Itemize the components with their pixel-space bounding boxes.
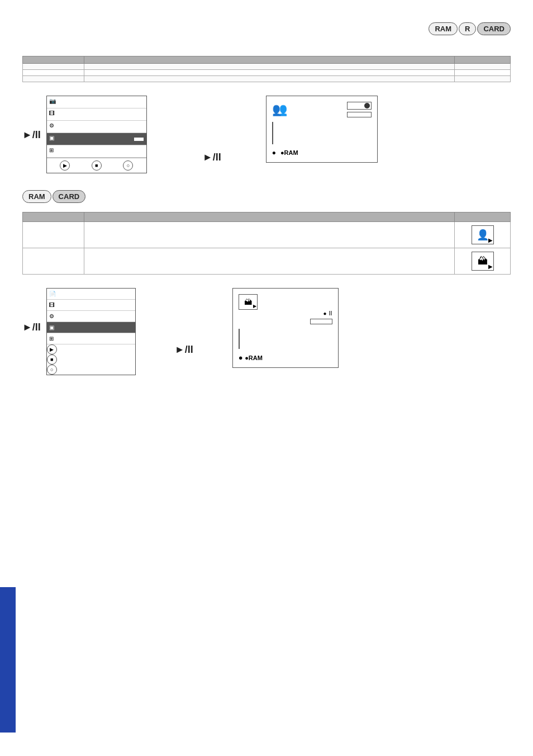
menu-row: ⚙ <box>47 311 135 322</box>
device-diagram-1: 👥 ● ●RAM <box>266 96 378 163</box>
top-badge-group: RAM R CARD <box>429 22 511 35</box>
table2-row2-type <box>23 248 84 275</box>
card-badge-2: CARD <box>53 190 86 203</box>
device-row-landscape: 🏔 ▶ ● II <box>239 294 332 324</box>
menu-row: 🎞 <box>47 300 135 311</box>
vertical-connector-2 <box>239 329 240 349</box>
left-blue-strip <box>0 587 16 733</box>
menu-row: ⚙ <box>47 121 146 133</box>
device-row-people: 👥 <box>272 102 372 117</box>
pause-bars: II <box>329 310 332 316</box>
table1-header-type <box>23 56 84 64</box>
table1-row1-type <box>23 64 84 70</box>
menu-row: 📷 <box>47 96 146 108</box>
menu-btn[interactable]: ○ <box>123 160 133 171</box>
table2-header-icon <box>455 212 511 222</box>
file-icon: 📄 <box>49 291 56 297</box>
card-badge: CARD <box>477 22 511 35</box>
film-icon: 🎞 <box>49 110 59 119</box>
table-1 <box>22 56 511 82</box>
ram-label-2: ●RAM <box>245 355 263 361</box>
play-pause-icon-3: ►/II <box>22 322 41 333</box>
screen-icon-2: ▣ <box>49 324 54 330</box>
r-badge: R <box>459 22 476 35</box>
table-row: 🏔 ▶ <box>23 248 511 275</box>
table-2: 👤 ▶ 🏔 ▶ <box>22 212 511 275</box>
person-camera-icon: 👤 ▶ <box>472 225 494 244</box>
second-badge-group: RAM CARD <box>22 190 85 203</box>
landscape-icon: 🏔 ▶ <box>472 252 494 271</box>
table-row: 👤 ▶ <box>23 222 511 248</box>
play-pause-icon-2: ►/II <box>203 152 221 163</box>
menu-row-selected: ▣ <box>47 133 146 145</box>
menu-row-selected-2: ▣ <box>47 322 135 333</box>
table2-row1-desc <box>84 222 455 248</box>
grid-icon-2: ⊞ <box>49 336 54 342</box>
menu-bottom-bar: ▶ ■ ○ <box>47 158 146 173</box>
vertical-connector <box>272 122 273 144</box>
menu-diagram-1: 📷 🎞 ⚙ ▣ ⊞ ▶ ■ <box>46 96 147 173</box>
menu-row: ⊞ <box>47 333 135 344</box>
device-row-ram-2: ● ●RAM <box>239 353 332 362</box>
table1-row1-icon <box>455 64 511 70</box>
landscape-icon-2: 🏔 ▶ <box>239 294 258 310</box>
bullet-icon-2: ● <box>239 353 243 362</box>
stop-btn-2[interactable]: ■ <box>47 355 57 365</box>
device-diagram-2: 🏔 ▶ ● II ● ●RAM <box>232 288 339 368</box>
menu-diagram-2: 📄 🎞 ⚙ ▣ ⊞ ▶ ■ <box>46 288 136 375</box>
settings-icon: ⚙ <box>49 122 59 131</box>
table-row <box>23 70 511 76</box>
progress-fill <box>128 138 134 141</box>
play-pause-icon-1: ►/II <box>22 129 41 141</box>
menu-bottom-bar-2: ▶ ■ ○ <box>47 344 135 375</box>
menu-row: ⊞ <box>47 145 146 158</box>
record-dot-2: ● <box>323 310 326 316</box>
section-2-header: RAM CARD <box>22 190 511 203</box>
table2-row2-icon: 🏔 ▶ <box>455 248 511 275</box>
ram-badge: RAM <box>429 22 458 35</box>
people-icon: 👥 <box>272 102 287 117</box>
table2-row1-type <box>23 222 84 248</box>
screen-icon: ▣ <box>49 135 59 144</box>
device-row-ram: ● ●RAM <box>272 149 372 157</box>
table1-row1-desc <box>84 64 455 70</box>
diagram-section-2: ►/II 📄 🎞 ⚙ ▣ ⊞ <box>22 288 511 375</box>
film-icon-2: 🎞 <box>49 302 55 308</box>
table2-header-type <box>23 212 84 222</box>
table1-row3-icon <box>455 76 511 82</box>
play-btn-2[interactable]: ▶ <box>47 344 57 355</box>
page-content: ►/II 📷 🎞 ⚙ ▣ ⊞ <box>0 0 533 409</box>
ram-label: ●RAM <box>280 149 298 156</box>
table1-header-desc <box>84 56 455 64</box>
stop-btn[interactable]: ■ <box>92 160 102 171</box>
table-row <box>23 76 511 82</box>
slot-bar <box>347 112 372 117</box>
progress-bar <box>127 137 144 141</box>
table1-row2-icon <box>455 70 511 76</box>
diagram-section-1: ►/II 📷 🎞 ⚙ ▣ ⊞ <box>22 96 511 173</box>
table2-row2-desc <box>84 248 455 275</box>
table1-row3-desc <box>84 76 455 82</box>
bullet-icon: ● <box>272 149 276 157</box>
record-indicator <box>364 103 370 108</box>
slot-bar-2 <box>310 319 332 324</box>
table1-row2-desc <box>84 70 455 76</box>
menu-row: 🎞 <box>47 108 146 121</box>
play-pause-icon-4: ►/II <box>175 344 193 356</box>
menu-row: 📄 <box>47 289 135 300</box>
table1-row2-type <box>23 70 84 76</box>
ram-badge-2: RAM <box>22 190 51 203</box>
camera-icon: 📷 <box>49 98 59 107</box>
table2-header-desc <box>84 212 455 222</box>
settings-icon-2: ⚙ <box>49 313 54 319</box>
table1-header-icon <box>455 56 511 64</box>
table1-row3-type <box>23 76 84 82</box>
play-btn[interactable]: ▶ <box>60 160 70 171</box>
table-row <box>23 64 511 70</box>
tape-slot <box>347 102 372 110</box>
grid-icon: ⊞ <box>49 147 59 156</box>
menu-btn-2[interactable]: ○ <box>47 365 57 375</box>
table2-row1-icon: 👤 ▶ <box>455 222 511 248</box>
